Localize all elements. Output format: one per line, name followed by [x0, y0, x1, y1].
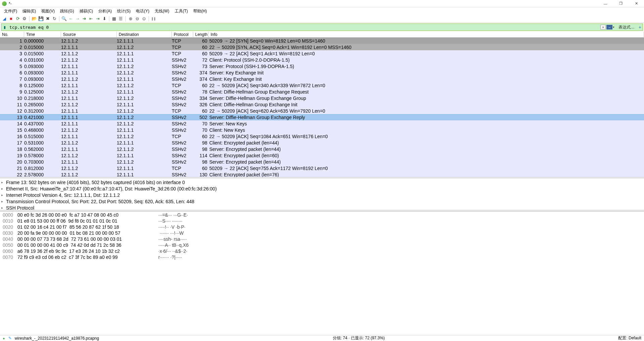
- column-info[interactable]: Info: [209, 32, 644, 37]
- hex-row[interactable]: 003020 00 fa 9e 00 00 00 00 01 bc 08 21 …: [3, 230, 641, 236]
- table-row[interactable]: 40.03100012.1.1.212.1.1.1SSHv272Client: …: [0, 57, 644, 63]
- column-time[interactable]: Time: [24, 32, 61, 37]
- app-icon: [2, 1, 7, 6]
- table-row[interactable]: 100.21800012.1.1.112.1.1.2SSHv2334Server…: [0, 95, 644, 101]
- start-capture-icon[interactable]: ◢: [1, 16, 7, 22]
- packet-detail-pane[interactable]: ▸Frame 13: 502 bytes on wire (4016 bits)…: [0, 178, 644, 210]
- window-titlebar: *- — ❐ ✕: [0, 0, 644, 7]
- chevron-right-icon[interactable]: ▸: [1, 180, 6, 184]
- go-forward-icon[interactable]: →: [74, 16, 80, 22]
- stop-capture-icon[interactable]: ■: [8, 16, 14, 22]
- table-row[interactable]: 10.00000012.1.1.212.1.1.1TCP6050209 → 22…: [0, 38, 644, 44]
- table-row[interactable]: 150.46800012.1.1.212.1.1.1SSHv270Client:…: [0, 127, 644, 133]
- statusbar-profile[interactable]: 配置: Default: [618, 335, 641, 341]
- table-row[interactable]: 130.42100012.1.1.112.1.1.2SSHv2502Server…: [0, 114, 644, 120]
- expert-info-icon[interactable]: ●: [3, 336, 5, 340]
- open-file-icon[interactable]: 📂: [31, 16, 37, 22]
- filter-clear-button[interactable]: ✕: [600, 25, 606, 30]
- find-icon[interactable]: 🔍: [61, 16, 67, 22]
- column-protocol[interactable]: Protocol: [172, 32, 193, 37]
- statusbar: ● ✎ wireshark_-_20231219114942_a19876.pc…: [0, 335, 644, 341]
- table-row[interactable]: 70.09300012.1.1.212.1.1.1SSHv2374Client:…: [0, 76, 644, 82]
- table-row[interactable]: 222.57800012.1.1.212.1.1.1SSHv2130Client…: [0, 171, 644, 177]
- menu-view[interactable]: 视图(V): [39, 8, 57, 15]
- table-row[interactable]: 210.81200012.1.1.212.1.1.1TCP6050209 → 2…: [0, 165, 644, 171]
- table-row[interactable]: 20.01500012.1.1.112.1.1.2TCP6022 → 50209…: [0, 44, 644, 50]
- chevron-right-icon[interactable]: ▸: [1, 200, 6, 203]
- menu-tools[interactable]: 工具(T): [173, 8, 190, 15]
- hex-row[interactable]: 002001 02 00 16 c4 21 00 f7 85 56 20 87 …: [3, 224, 641, 230]
- table-row[interactable]: 60.09300012.1.1.112.1.1.2SSHv2374Server:…: [0, 69, 644, 76]
- save-file-icon[interactable]: 💾: [38, 16, 44, 22]
- menu-edit[interactable]: 编辑(E): [20, 8, 38, 15]
- filter-bookmark-icon[interactable]: ▮: [2, 24, 7, 30]
- table-row[interactable]: 120.31200012.1.1.112.1.1.2TCP6022 → 5020…: [0, 108, 644, 114]
- menu-help[interactable]: 帮助(H): [191, 8, 209, 15]
- hex-row[interactable]: 005000 01 00 00 00 41 00 c9 74 42 0d dd …: [3, 242, 641, 248]
- hex-row[interactable]: 0060a6 78 19 36 2f eb 9c 9c 17 e3 26 24 …: [3, 248, 641, 254]
- table-row[interactable]: 160.51500012.1.1.112.1.1.2TCP6022 → 5020…: [0, 133, 644, 139]
- hex-row[interactable]: 000000 e0 fc 3d 26 00 00 e0 fc a7 10 47 …: [3, 212, 641, 218]
- statusbar-packet-count: 分组: 74 · 已显示: 72 (97.3%): [329, 335, 389, 341]
- resize-columns-icon[interactable]: ⫿⫿: [151, 16, 157, 22]
- hex-row[interactable]: 004000 00 00 07 73 73 68 2d 72 73 61 00 …: [3, 236, 641, 242]
- detail-tree-item[interactable]: ▸SSH Protocol: [0, 205, 644, 210]
- window-title: *-: [9, 1, 602, 6]
- menu-wireless[interactable]: 无线(W): [153, 8, 171, 15]
- close-file-icon[interactable]: ✖: [45, 16, 51, 22]
- menu-go[interactable]: 跳转(G): [58, 8, 76, 15]
- menu-analyze[interactable]: 分析(A): [96, 8, 114, 15]
- menu-capture[interactable]: 捕获(C): [77, 8, 95, 15]
- column-source[interactable]: Source: [61, 32, 117, 37]
- window-close-button[interactable]: ✕: [633, 1, 639, 7]
- go-first-icon[interactable]: ⇤: [88, 16, 94, 22]
- table-row[interactable]: 180.56200012.1.1.112.1.1.2SSHv298Server:…: [0, 146, 644, 152]
- detail-tree-item[interactable]: ▸Transmission Control Protocol, Src Port…: [0, 198, 644, 205]
- chevron-right-icon[interactable]: ▸: [1, 187, 6, 190]
- table-row[interactable]: 110.26500012.1.1.212.1.1.1SSHv2326Client…: [0, 101, 644, 108]
- filter-dropdown-icon[interactable]: ▾: [613, 25, 614, 29]
- table-row[interactable]: 30.01500012.1.1.212.1.1.1TCP6050209 → 22…: [0, 50, 644, 57]
- restart-capture-icon[interactable]: ⟳: [15, 16, 21, 22]
- hex-row[interactable]: 007072 f9 c9 e3 cd 06 eb c2 c7 3f 7c bc …: [3, 254, 641, 261]
- go-to-packet-icon[interactable]: ➔: [81, 16, 87, 22]
- add-filter-button[interactable]: +: [637, 24, 643, 30]
- go-last-icon[interactable]: ⇥: [95, 16, 101, 22]
- table-row[interactable]: 200.70300012.1.1.112.1.1.2SSHv298Server:…: [0, 159, 644, 165]
- colorize-icon[interactable]: ▦: [111, 16, 117, 22]
- detail-tree-item[interactable]: ▸Ethernet II, Src: HuaweiTe_a7:10:47 (00…: [0, 185, 644, 192]
- auto-scroll-live-icon[interactable]: ☰: [118, 16, 124, 22]
- auto-scroll-icon[interactable]: ⬇: [101, 16, 107, 22]
- display-filter-input[interactable]: [8, 25, 600, 30]
- menu-telephony[interactable]: 电话(Y): [134, 8, 151, 15]
- table-row[interactable]: 190.57800012.1.1.212.1.1.1SSHv2114Client…: [0, 152, 644, 159]
- window-minimize-button[interactable]: —: [602, 1, 608, 7]
- column-length[interactable]: Length: [193, 32, 209, 37]
- filter-apply-button[interactable]: →: [606, 25, 612, 30]
- packet-list[interactable]: 10.00000012.1.1.212.1.1.1TCP6050209 → 22…: [0, 38, 644, 177]
- window-maximize-button[interactable]: ❐: [618, 1, 624, 7]
- zoom-out-icon[interactable]: ⊖: [134, 16, 140, 22]
- menu-statistics[interactable]: 统计(S): [115, 8, 132, 15]
- zoom-reset-icon[interactable]: ⊙: [141, 16, 147, 22]
- detail-tree-item[interactable]: ▸Frame 13: 502 bytes on wire (4016 bits)…: [0, 179, 644, 185]
- column-destination[interactable]: Destination: [117, 32, 172, 37]
- capture-file-properties-icon[interactable]: ✎: [8, 336, 11, 340]
- packet-hex-pane[interactable]: 000000 e0 fc 3d 26 00 00 e0 fc a7 10 47 …: [0, 211, 644, 335]
- chevron-right-icon[interactable]: ▸: [1, 206, 6, 210]
- chevron-right-icon[interactable]: ▸: [1, 193, 6, 197]
- detail-tree-item[interactable]: ▸Internet Protocol Version 4, Src: 12.1.…: [0, 192, 644, 198]
- capture-options-icon[interactable]: ⚙: [21, 16, 28, 22]
- column-no[interactable]: No.: [0, 32, 24, 37]
- reload-icon[interactable]: ↻: [51, 16, 57, 22]
- table-row[interactable]: 140.43700012.1.1.112.1.1.2SSHv270Server:…: [0, 120, 644, 127]
- zoom-in-icon[interactable]: ⊕: [127, 16, 133, 22]
- table-row[interactable]: 80.12500012.1.1.112.1.1.2TCP6022 → 50209…: [0, 82, 644, 89]
- table-row[interactable]: 50.09300012.1.1.112.1.1.2SSHv273Server: …: [0, 63, 644, 69]
- expression-button[interactable]: 表达式…: [616, 24, 637, 30]
- table-row[interactable]: 90.12500012.1.1.212.1.1.1SSHv278Client: …: [0, 89, 644, 95]
- menu-file[interactable]: 文件(F): [2, 8, 19, 15]
- go-back-icon[interactable]: ←: [68, 16, 74, 22]
- hex-row[interactable]: 001001 e8 01 53 00 00 ff 06 9d f8 0c 01 …: [3, 218, 641, 224]
- table-row[interactable]: 170.53100012.1.1.212.1.1.1SSHv298Client:…: [0, 139, 644, 146]
